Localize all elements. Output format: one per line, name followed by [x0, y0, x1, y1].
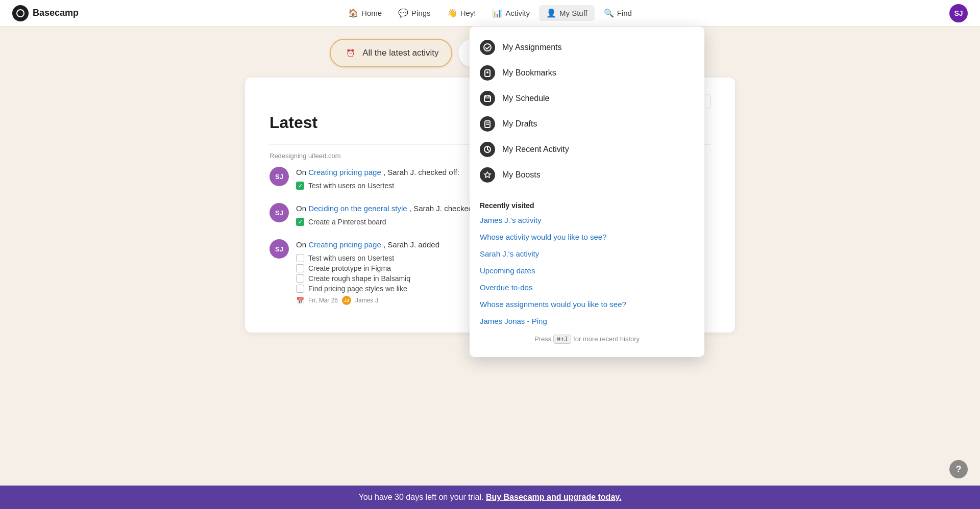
boosts-label: My Boosts — [502, 170, 541, 180]
dropdown-assignments[interactable]: My Assignments — [470, 35, 704, 60]
dropdown-footer: Press ⌘+J for more recent history — [470, 329, 704, 349]
nav-home-label: Home — [361, 9, 382, 17]
nav-hey-label: Hey! — [460, 9, 476, 17]
hey-icon: 👋 — [447, 8, 457, 18]
dropdown-schedule[interactable]: My Schedule — [470, 86, 704, 111]
rv-link-1[interactable]: James J.'s activity — [470, 212, 704, 228]
todo-text: Create rough shape in Balsamiq — [308, 274, 410, 283]
meta-date: Fri, Mar 26 — [308, 297, 338, 304]
mystuff-dropdown: My Assignments My Bookmarks My Schedule … — [470, 27, 704, 357]
recent-activity-icon — [480, 142, 495, 157]
rv-link-5[interactable]: Overdue to-dos — [470, 279, 704, 296]
text-prefix: On — [296, 168, 308, 176]
svg-marker-11 — [484, 172, 491, 177]
drafts-icon — [480, 116, 495, 132]
activity-link[interactable]: Creating pricing page — [308, 168, 381, 176]
todo-checkbox — [296, 264, 304, 272]
avatar: SJ — [270, 167, 289, 186]
boosts-icon — [480, 167, 495, 183]
nav-hey[interactable]: 👋 Hey! — [440, 5, 483, 21]
all-latest-button[interactable]: ⏰ All the latest activity — [330, 39, 452, 67]
find-icon: 🔍 — [604, 8, 614, 18]
svg-point-2 — [486, 71, 488, 73]
all-latest-label: All the latest activity — [362, 48, 438, 58]
avatar[interactable]: SJ — [949, 4, 968, 22]
bookmarks-label: My Bookmarks — [502, 68, 556, 78]
nav-items: 🏠 Home 💬 Pings 👋 Hey! 📊 Activity 👤 My St… — [341, 5, 639, 21]
todo-checkbox-checked: ✓ — [296, 182, 304, 190]
bookmarks-icon — [480, 65, 495, 81]
trial-link-text: Buy Basecamp and upgrade today — [486, 493, 619, 501]
text-prefix: On — [296, 204, 308, 213]
recently-visited-title: Recently visited — [470, 196, 704, 212]
schedule-label: My Schedule — [502, 94, 550, 103]
dropdown-recent-activity[interactable]: My Recent Activity — [470, 137, 704, 162]
drafts-label: My Drafts — [502, 119, 537, 129]
logo-inner — [16, 9, 24, 17]
todo-text: Test with users on Usertest — [308, 254, 394, 262]
logo[interactable]: Basecamp — [12, 5, 79, 21]
svg-rect-3 — [484, 96, 491, 101]
logo-icon — [12, 5, 29, 21]
nav-mystuff-label: My Stuff — [559, 9, 587, 17]
rv-link-2[interactable]: Whose activity would you like to see? — [470, 228, 704, 245]
footer-suffix: for more recent history — [573, 335, 640, 343]
dropdown-bookmarks[interactable]: My Bookmarks — [470, 60, 704, 86]
recent-activity-label: My Recent Activity — [502, 145, 569, 154]
todo-text: Find pricing page styles we like — [308, 285, 407, 293]
help-button[interactable]: ? — [949, 460, 968, 478]
nav-find-label: Find — [617, 9, 632, 17]
trial-link[interactable]: Buy Basecamp and upgrade today. — [486, 493, 622, 501]
footer-kbd: ⌘+J — [553, 335, 572, 344]
todo-checkbox — [296, 254, 304, 262]
text-suffix: , Sarah J. added — [383, 240, 439, 249]
nav-home[interactable]: 🏠 Home — [341, 5, 389, 21]
avatar-initials: SJ — [275, 245, 283, 253]
mystuff-icon: 👤 — [546, 8, 556, 18]
nav-activity-label: Activity — [505, 9, 530, 17]
meta-assignee: James J. — [355, 297, 380, 304]
dropdown-recently-visited-section: Recently visited James J.'s activity Who… — [470, 192, 704, 353]
home-icon: 🏠 — [348, 8, 358, 18]
activity-link[interactable]: Creating pricing page — [308, 240, 381, 249]
rv-link-4[interactable]: Upcoming dates — [470, 262, 704, 279]
avatar: SJ — [270, 203, 289, 222]
calendar-icon: 📅 — [296, 297, 304, 304]
todo-text: Create a Pinterest board — [308, 218, 386, 226]
help-icon: ? — [956, 464, 962, 475]
rv-link-7[interactable]: James Jonas - Ping — [470, 313, 704, 329]
assignments-label: My Assignments — [502, 43, 561, 52]
todo-checkbox — [296, 274, 304, 283]
activity-link[interactable]: Deciding on the general style — [308, 204, 407, 213]
avatar: SJ — [270, 239, 289, 259]
rv-link-6[interactable]: Whose assignments would you like to see? — [470, 296, 704, 313]
todo-text: Create prototype in Figma — [308, 264, 391, 272]
all-latest-icon: ⏰ — [343, 46, 357, 60]
logo-text: Basecamp — [33, 8, 79, 18]
todo-text: Test with users on Usertest — [308, 182, 394, 190]
text-prefix: On — [296, 240, 308, 249]
nav-pings-label: Pings — [411, 9, 431, 17]
nav-activity[interactable]: 📊 Activity — [485, 5, 537, 21]
avatar-initials: SJ — [954, 9, 963, 17]
assignments-icon — [480, 40, 495, 55]
dropdown-drafts[interactable]: My Drafts — [470, 111, 704, 137]
rv-link-3[interactable]: Sarah J.'s activity — [470, 245, 704, 262]
nav-find[interactable]: 🔍 Find — [597, 5, 639, 21]
nav-pings[interactable]: 💬 Pings — [391, 5, 438, 21]
svg-point-0 — [484, 44, 491, 51]
pings-icon: 💬 — [398, 8, 408, 18]
trial-banner: You have 30 days left on your trial. Buy… — [0, 486, 980, 509]
trial-period: . — [619, 493, 621, 501]
nav-mystuff[interactable]: 👤 My Stuff — [539, 5, 595, 21]
todo-checkbox-checked: ✓ — [296, 218, 304, 226]
avatar-initials: SJ — [275, 209, 283, 217]
dropdown-boosts[interactable]: My Boosts — [470, 162, 704, 188]
trial-text: You have 30 days left on your trial. — [359, 493, 484, 501]
todo-checkbox — [296, 285, 304, 293]
dropdown-main-section: My Assignments My Bookmarks My Schedule … — [470, 31, 704, 192]
activity-icon: 📊 — [492, 8, 502, 18]
schedule-icon — [480, 91, 495, 106]
text-suffix: , Sarah J. checked off: — [383, 168, 459, 176]
avatar-initials: SJ — [275, 173, 283, 181]
